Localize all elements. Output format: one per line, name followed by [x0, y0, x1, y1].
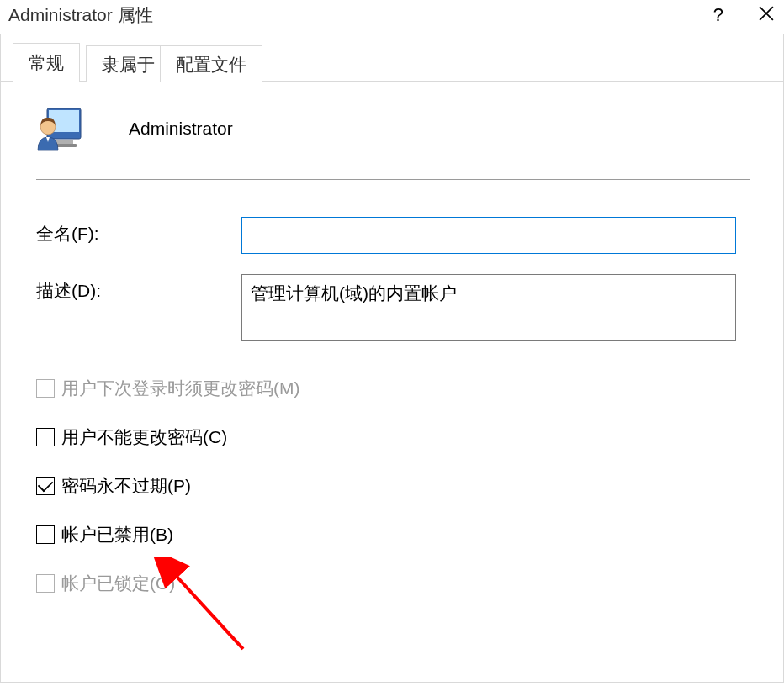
checkbox-account-disabled-box[interactable] [36, 525, 55, 544]
checkbox-cannot-change-box[interactable] [36, 428, 55, 446]
description-input[interactable]: 管理计算机(域)的内置帐户 [241, 274, 736, 341]
title-bar-controls: ? [713, 6, 774, 24]
tab-panel-general: Administrator 全名(F): 描述(D): 管理计算机(域)的内置帐… [1, 82, 783, 595]
checkbox-account-locked-label: 帐户已锁定(O) [61, 572, 175, 595]
checkbox-account-locked: 帐户已锁定(O) [36, 572, 750, 595]
close-icon [759, 6, 774, 21]
checkbox-must-change-label: 用户下次登录时须更改密码(M) [61, 377, 299, 400]
checkbox-account-disabled-label: 帐户已禁用(B) [61, 523, 173, 546]
checkbox-never-expires-label: 密码永不过期(P) [61, 474, 191, 498]
tab-profile[interactable]: 配置文件 [160, 45, 262, 82]
separator [36, 179, 750, 180]
user-header: Administrator [36, 105, 750, 152]
fullname-label: 全名(F): [36, 217, 241, 245]
tab-general-label: 常规 [29, 51, 64, 75]
checkbox-account-locked-box [36, 574, 55, 593]
description-row: 描述(D): 管理计算机(域)的内置帐户 [36, 274, 750, 341]
tabs-bar: 常规 隶属于 配置文件 [1, 34, 783, 82]
tab-profile-label: 配置文件 [176, 53, 246, 77]
description-label: 描述(D): [36, 274, 241, 303]
checkbox-must-change-box [36, 379, 55, 398]
user-account-icon [36, 105, 82, 152]
dialog-content: 常规 隶属于 配置文件 Administrator 全名(F): [0, 34, 784, 683]
tab-memberof-label: 隶属于 [102, 53, 155, 77]
checkbox-password-never-expires[interactable]: 密码永不过期(P) [36, 474, 750, 498]
fullname-input[interactable] [241, 217, 736, 254]
checkbox-must-change-password: 用户下次登录时须更改密码(M) [36, 377, 750, 400]
checkbox-never-expires-box[interactable] [36, 477, 55, 495]
svg-rect-4 [55, 140, 73, 144]
help-button[interactable]: ? [713, 6, 723, 24]
tab-memberof[interactable]: 隶属于 [86, 45, 171, 82]
tab-general[interactable]: 常规 [13, 43, 80, 82]
window-title: Administrator 属性 [8, 3, 153, 27]
checkbox-group: 用户下次登录时须更改密码(M) 用户不能更改密码(C) 密码永不过期(P) 帐户… [36, 377, 750, 595]
checkbox-cannot-change-password[interactable]: 用户不能更改密码(C) [36, 425, 750, 449]
checkbox-cannot-change-label: 用户不能更改密码(C) [61, 425, 227, 449]
checkbox-account-disabled[interactable]: 帐户已禁用(B) [36, 523, 750, 546]
close-button[interactable] [759, 6, 774, 24]
title-bar: Administrator 属性 ? [0, 0, 784, 34]
user-display-name: Administrator [129, 119, 233, 139]
fullname-row: 全名(F): [36, 217, 750, 254]
